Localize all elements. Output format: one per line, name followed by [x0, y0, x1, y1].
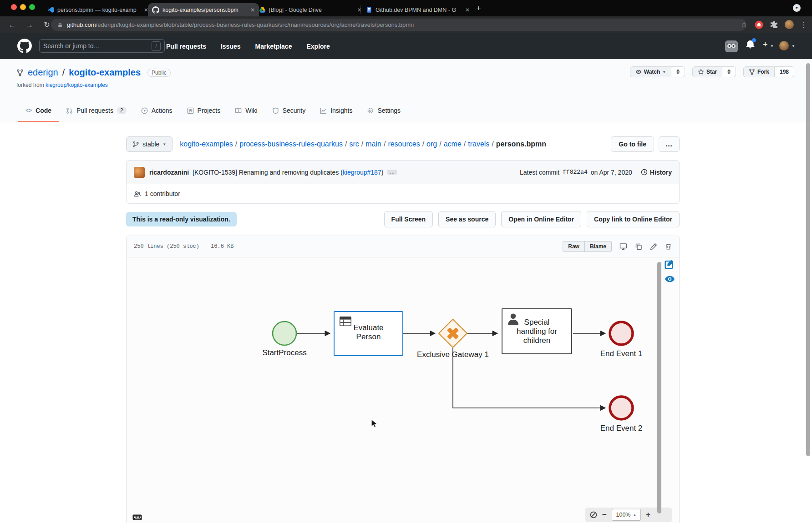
- page-scrollbar-thumb[interactable]: [806, 63, 810, 456]
- more-options-button[interactable]: …: [659, 136, 680, 152]
- new-tab-button[interactable]: +: [476, 3, 481, 14]
- repo-title: ederign / kogito-examples Public: [16, 67, 171, 78]
- nav-issues[interactable]: Issues: [221, 43, 241, 50]
- tab-close-icon[interactable]: ✕: [250, 7, 255, 13]
- commit-issue-link[interactable]: kiegroup#187: [343, 169, 381, 176]
- copy-icon[interactable]: [635, 243, 642, 250]
- zoom-in-button[interactable]: +: [646, 510, 650, 519]
- history-button[interactable]: History: [641, 169, 672, 176]
- browser-profile-button[interactable]: ▼: [793, 4, 801, 12]
- document-icon: [366, 6, 372, 13]
- tab-actions[interactable]: Actions: [134, 100, 180, 122]
- tab-projects[interactable]: Projects: [180, 100, 228, 122]
- tab-settings[interactable]: Settings: [360, 100, 408, 122]
- caret-down-icon[interactable]: ▼: [770, 44, 774, 48]
- fork-button[interactable]: Fork: [743, 66, 775, 77]
- reset-zoom-icon[interactable]: [590, 511, 597, 518]
- bpmn-diagram-canvas[interactable]: Evaluate Person Special handling for chi…: [127, 257, 678, 523]
- nav-marketplace[interactable]: Marketplace: [255, 43, 292, 50]
- browser-tab-github-active[interactable]: kogito-examples/persons.bpm ✕: [148, 3, 259, 16]
- commit-message[interactable]: [KOGITO-1539] Renaming and removing dupl…: [193, 169, 383, 176]
- go-to-file-button[interactable]: Go to file: [611, 136, 654, 152]
- contributors-row[interactable]: 1 contributor: [127, 184, 679, 203]
- crumb-link[interactable]: org: [426, 140, 437, 148]
- repo-owner-link[interactable]: ederign: [28, 67, 58, 78]
- play-icon: [141, 107, 148, 114]
- zoom-out-button[interactable]: −: [602, 510, 607, 519]
- owl-extension-icon[interactable]: [725, 40, 738, 53]
- github-logo-icon[interactable]: [17, 39, 32, 53]
- star-button[interactable]: Star: [692, 66, 722, 77]
- user-task-special-handling[interactable]: Special handling for children: [502, 308, 572, 354]
- tab-pull-requests[interactable]: Pull requests 2: [59, 100, 134, 122]
- commit-author-avatar[interactable]: [134, 167, 145, 178]
- tab-wiki[interactable]: Wiki: [228, 100, 264, 122]
- edit-file-icon[interactable]: [665, 259, 675, 269]
- open-online-editor-button[interactable]: Open in Online Editor: [501, 211, 581, 227]
- delete-trash-icon[interactable]: [665, 243, 672, 250]
- commit-author[interactable]: ricardozanini: [149, 169, 189, 176]
- watch-count[interactable]: 0: [671, 66, 685, 77]
- user-avatar[interactable]: [779, 41, 789, 50]
- copy-link-online-editor-button[interactable]: Copy link to Online Editor: [587, 211, 680, 227]
- browser-tab-vscode[interactable]: persons.bpmn — kogito-examp ✕: [43, 3, 152, 16]
- open-desktop-icon[interactable]: [619, 243, 627, 250]
- code-icon: <>: [25, 107, 32, 114]
- crumb-link[interactable]: main: [365, 140, 381, 148]
- watch-button[interactable]: Watch ▼: [630, 66, 671, 77]
- bookmark-star-icon[interactable]: ☆: [741, 20, 747, 29]
- crumb-link[interactable]: resources: [388, 140, 420, 148]
- tab-code[interactable]: <> Code: [18, 100, 59, 122]
- zoom-level-select[interactable]: 100% ▲: [612, 509, 641, 521]
- diagram-scrollbar-thumb[interactable]: [657, 262, 661, 513]
- window-zoom-button[interactable]: [29, 4, 35, 10]
- keyboard-shortcuts-icon[interactable]: [132, 514, 142, 520]
- crumb-link[interactable]: process-business-rules-quarkus: [239, 140, 343, 148]
- commit-sha[interactable]: ff822a4: [563, 169, 588, 176]
- preview-eye-icon[interactable]: [665, 275, 675, 283]
- reload-button[interactable]: ↻: [42, 20, 52, 29]
- fork-count[interactable]: 198: [775, 66, 794, 77]
- tab-close-icon[interactable]: ✕: [465, 7, 470, 13]
- adblock-extension-icon[interactable]: [755, 20, 763, 29]
- fork-source-link[interactable]: kiegroup/kogito-examples: [46, 82, 108, 88]
- repo-name-link[interactable]: kogito-examples: [69, 67, 141, 78]
- graph-icon: [320, 107, 327, 114]
- fork-note: forked from kiegroup/kogito-examples: [16, 82, 108, 88]
- crumb-link[interactable]: src: [349, 140, 359, 148]
- nav-explore[interactable]: Explore: [306, 43, 330, 50]
- window-close-button[interactable]: [11, 4, 17, 10]
- window-minimize-button[interactable]: [20, 4, 26, 10]
- crumb-link[interactable]: travels: [468, 140, 489, 148]
- commit-message-expand-button[interactable]: …: [387, 170, 397, 175]
- edit-pencil-icon[interactable]: [650, 243, 657, 250]
- caret-down-icon: ▼: [662, 70, 666, 74]
- caret-down-icon[interactable]: ▼: [792, 44, 795, 48]
- create-new-button[interactable]: +: [763, 40, 768, 49]
- crumb-link[interactable]: kogito-examples: [180, 140, 233, 148]
- business-rule-task-evaluate-person[interactable]: Evaluate Person: [334, 311, 403, 356]
- browser-avatar[interactable]: [785, 20, 794, 29]
- notifications-bell[interactable]: [746, 40, 755, 49]
- star-count[interactable]: 0: [722, 66, 736, 77]
- browser-tab-githubdev[interactable]: Github.dev BPMN and DMN - G ✕: [362, 3, 474, 16]
- see-as-source-button[interactable]: See as source: [438, 211, 496, 227]
- forward-button[interactable]: →: [25, 21, 35, 29]
- search-input[interactable]: Search or jump to… /: [39, 39, 165, 53]
- tab-insights[interactable]: Insights: [313, 100, 360, 122]
- browser-tab-strip: persons.bpmn — kogito-examp ✕ kogito-exa…: [0, 0, 812, 16]
- browser-menu-icon[interactable]: ⋮: [800, 20, 807, 29]
- tab-security[interactable]: Security: [265, 100, 313, 122]
- star-icon: [698, 69, 704, 75]
- browser-tab-drive[interactable]: [Blog] - Google Drive ✕: [255, 3, 366, 16]
- extensions-puzzle-icon[interactable]: [770, 21, 778, 29]
- nav-pull-requests[interactable]: Pull requests: [166, 43, 206, 50]
- crumb-link[interactable]: acme: [444, 140, 462, 148]
- full-screen-button[interactable]: Full Screen: [384, 211, 433, 227]
- blame-button[interactable]: Blame: [584, 241, 612, 252]
- branch-selector[interactable]: stable ▼: [126, 136, 173, 152]
- tab-close-icon[interactable]: ✕: [357, 7, 362, 13]
- raw-button[interactable]: Raw: [563, 241, 585, 252]
- back-button[interactable]: ←: [7, 21, 17, 29]
- address-bar[interactable]: github.com/ederign/kogito-examples/blob/…: [51, 19, 746, 31]
